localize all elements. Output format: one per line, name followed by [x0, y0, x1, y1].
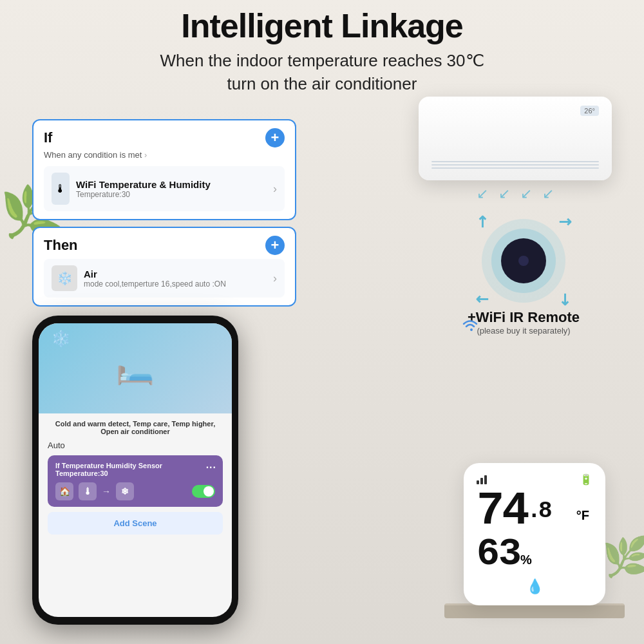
phone-flow-row: 🏠 🌡 → ❄	[55, 482, 215, 500]
ac-small-icon: ❄️	[52, 330, 71, 348]
airflow-arrow-1: ↙	[477, 185, 488, 202]
bedroom-scene-icon: 🛏️	[116, 350, 155, 386]
ac-image: 26°	[419, 97, 612, 180]
then-card-header: Then +	[44, 236, 285, 255]
if-card: If + When any condition is met › 🌡 WiFi …	[32, 119, 296, 220]
chevron-right-icon-2: ›	[273, 272, 277, 285]
if-add-button[interactable]: +	[265, 128, 285, 147]
then-add-button[interactable]: +	[265, 236, 285, 255]
bar-1	[477, 480, 479, 484]
battery-icon: 🔋	[580, 473, 592, 486]
humidity-drop-icon: 💧	[477, 578, 592, 595]
phone-content: Cold and warm detect, Temp care, Temp hi…	[39, 413, 232, 617]
vent-line-2	[431, 164, 599, 166]
temp-reading: 74.8 °F	[477, 488, 592, 535]
phone-body: 🛏️ ❄️ Cold and warm detect, Temp care, T…	[32, 316, 238, 625]
ac-temp-display: 26°	[580, 106, 599, 116]
phone-image-area: 🛏️ ❄️	[39, 323, 232, 413]
ir-remote-sublabel: (please buy it separately)	[477, 326, 570, 336]
thermo-flow-icon: 🌡	[79, 482, 97, 500]
ac-airflow: ↙ ↙ ↙ ↙	[406, 185, 625, 202]
phone-description: Cold and warm detect, Temp care, Temp hi…	[48, 420, 223, 435]
vent-line-3	[431, 167, 599, 169]
ir-remote-label: +WiFi IR Remote	[468, 309, 580, 326]
subtitle-line1: When the indoor temperature reaches 30℃	[160, 51, 484, 70]
sensor-item-text: WiFi Temperature & Humidity Temperature:…	[76, 179, 211, 199]
phone-purple-card: ··· If Temperature Humidity Sensor Tempe…	[48, 455, 223, 507]
corner-arrow-bl: ↗	[471, 289, 493, 311]
wifi-signal-icon	[460, 316, 480, 339]
home-flow-icon: 🏠	[55, 482, 73, 500]
if-card-header: If +	[44, 128, 285, 147]
ac-flow-icon: ❄	[116, 482, 134, 500]
vent-line-1	[431, 161, 599, 162]
ir-hub-area: ↗ ↗ ↗ ↗ +WiFi IR Remote (please buy it s…	[468, 219, 580, 336]
ac-vents	[419, 161, 612, 169]
corner-arrow-br: ↗	[554, 289, 576, 311]
ir-circle-mid	[491, 229, 556, 293]
table-surface-body	[444, 605, 625, 618]
airflow-arrow-2: ↙	[498, 185, 510, 202]
temperature-sensor-device: 🔋 74.8 °F 63% 💧	[464, 463, 605, 605]
phone-card-title: If Temperature Humidity Sensor	[55, 462, 215, 469]
thermometer-icon: 🌡	[52, 173, 70, 205]
ac-item-row[interactable]: ❄️ Air mode cool,temperture 16,speed aut…	[44, 259, 285, 298]
left-panel: If + When any condition is met › 🌡 WiFi …	[32, 119, 296, 313]
ac-icon: ❄️	[52, 265, 77, 291]
ir-dot	[518, 256, 529, 266]
temp-unit: °F	[576, 508, 589, 522]
sensor-top-bar: 🔋	[477, 473, 592, 486]
toggle-switch[interactable]	[192, 485, 215, 498]
chevron-right-icon: ›	[273, 182, 277, 196]
humidity-reading: 63%	[477, 535, 592, 573]
then-card: Then + ❄️ Air mode cool,temperture 16,sp…	[32, 227, 296, 307]
sensor-body: 🔋 74.8 °F 63% 💧	[464, 463, 605, 605]
humidity-unit: %	[520, 553, 532, 567]
condition-label: When any condition is met ›	[44, 150, 285, 160]
ac-item-left: ❄️ Air mode cool,temperture 16,speed aut…	[52, 265, 226, 291]
bar-3	[484, 475, 487, 484]
phone-card-dots[interactable]: ···	[206, 462, 216, 473]
flow-arrow-icon: →	[102, 486, 111, 497]
ir-circle-outer: ↗ ↗ ↗ ↗	[482, 219, 565, 303]
then-card-title: Then	[44, 237, 78, 254]
add-scene-button[interactable]: Add Scene	[48, 512, 223, 535]
humidity-value: 63	[477, 532, 520, 576]
main-title: Intelligent Linkage	[0, 6, 644, 45]
plant-decoration-right: 🌿	[602, 534, 644, 580]
sensor-item-row[interactable]: 🌡 WiFi Temperature & Humidity Temperatur…	[44, 166, 285, 211]
sensor-name: WiFi Temperature & Humidity	[76, 179, 211, 190]
if-card-title: If	[44, 129, 52, 146]
ac-name: Air	[84, 269, 226, 279]
header-section: Intelligent Linkage When the indoor temp…	[0, 6, 644, 96]
airflow-arrow-4: ↙	[542, 185, 554, 202]
subtitle-line2: turn on the air conditioner	[227, 74, 417, 93]
temperature-value: 74.8	[477, 485, 575, 538]
signal-bars-icon	[477, 475, 487, 484]
phone-mockup: 🛏️ ❄️ Cold and warm detect, Temp care, T…	[32, 316, 251, 631]
ac-item-text: Air mode cool,temperture 16,speed auto :…	[84, 269, 226, 289]
airflow-arrow-3: ↙	[520, 185, 532, 202]
subtitle: When the indoor temperature reaches 30℃ …	[0, 49, 644, 96]
phone-card-sub: Temperature:30	[55, 469, 215, 477]
ac-unit: 26° ↙ ↙ ↙ ↙	[406, 97, 625, 202]
bar-2	[480, 478, 483, 484]
phone-auto-label: Auto	[48, 440, 223, 450]
phone-screen: 🛏️ ❄️ Cold and warm detect, Temp care, T…	[39, 323, 232, 617]
sensor-sub: Temperature:30	[76, 190, 211, 199]
ac-sub: mode cool,temperture 16,speed auto :ON	[84, 279, 226, 289]
sensor-item-left: 🌡 WiFi Temperature & Humidity Temperatur…	[52, 173, 211, 205]
ir-circle-inner	[501, 238, 546, 283]
